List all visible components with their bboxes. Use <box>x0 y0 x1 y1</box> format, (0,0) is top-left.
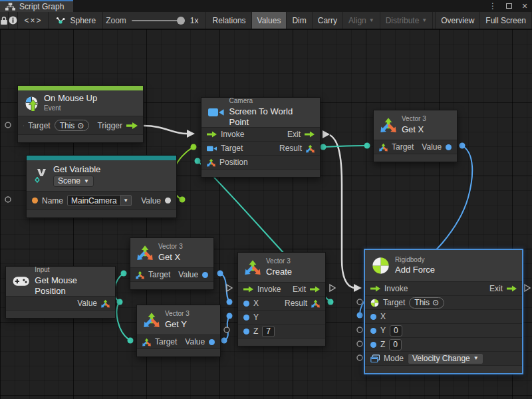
node-footer <box>18 134 143 142</box>
cube-icon <box>23 121 24 130</box>
y-port[interactable] <box>370 328 376 334</box>
trigger-port[interactable] <box>126 122 138 129</box>
node-header: Get Variable Scene ▼ <box>27 160 176 191</box>
node-footer <box>365 365 522 373</box>
values-button[interactable]: Values <box>252 12 287 29</box>
exit-port[interactable] <box>507 285 517 292</box>
invoke-port[interactable] <box>207 131 217 138</box>
name-port[interactable] <box>32 198 38 203</box>
vector3-icon[interactable] <box>379 143 388 152</box>
relations-button[interactable]: Relations <box>207 12 252 29</box>
y-value-field[interactable]: 0 <box>390 325 402 336</box>
node-get-y[interactable]: Vector 3 Get Y Target Value <box>136 305 221 357</box>
target-this-pill[interactable]: This ⊙ <box>55 120 90 131</box>
variable-name-dropdown[interactable]: ▼ <box>121 195 132 206</box>
node-header: Vector 3 Get X <box>374 110 457 140</box>
overview-button[interactable]: Overview <box>435 12 480 29</box>
vector3-icon <box>144 312 160 328</box>
value-port[interactable] <box>446 144 452 150</box>
value-port[interactable] <box>202 272 208 278</box>
node-footer <box>6 310 115 318</box>
distribute-button[interactable]: Distribute ▼ <box>380 12 434 29</box>
green-endpoints[interactable] <box>180 144 197 203</box>
maximize-icon[interactable] <box>504 1 513 11</box>
z-port[interactable] <box>243 329 249 334</box>
port-row: Target Value <box>374 140 457 154</box>
node-add-force[interactable]: Rigidbody Add Force Invoke Exit <box>364 249 523 374</box>
node-vector3-create[interactable]: Vector 3 Create Invoke Exit X Result <box>237 252 326 346</box>
camera-type-icon[interactable] <box>207 145 217 152</box>
info-icon <box>9 16 17 25</box>
graph-icon <box>5 3 15 11</box>
variable-scope-dropdown[interactable]: Scene ▼ <box>53 176 94 187</box>
graph-breadcrumb[interactable]: Sphere <box>49 12 103 29</box>
invoke-port[interactable] <box>370 285 380 292</box>
mode-dropdown[interactable]: Velocity Change ▼ <box>408 353 483 364</box>
zoom-control: Zoom 1x <box>103 12 205 29</box>
z-value-field[interactable]: 0 <box>389 339 402 350</box>
vector3-icon[interactable] <box>101 299 110 308</box>
y-port[interactable] <box>243 315 249 321</box>
zoom-slider[interactable] <box>132 20 185 21</box>
x-port[interactable] <box>370 314 376 320</box>
dim-button[interactable]: Dim <box>287 12 312 29</box>
value-port[interactable] <box>209 339 215 345</box>
node-footer <box>130 281 213 289</box>
node-footer <box>374 154 457 162</box>
node-get-x-mid[interactable]: Vector 3 Get X Target Value <box>130 237 214 290</box>
toolbar-buttons: Relations Values Dim Carry Align ▼ Distr… <box>207 12 532 29</box>
value-port[interactable] <box>165 198 171 203</box>
node-get-x-top[interactable]: Vector 3 Get X Target Value <box>373 110 458 162</box>
camera-icon <box>208 107 224 118</box>
zoom-slider-handle[interactable] <box>177 17 185 25</box>
port-row: Invoke Exit <box>365 281 522 295</box>
z-port[interactable] <box>370 342 376 348</box>
align-button[interactable]: Align ▼ <box>343 12 380 29</box>
arrowhead <box>354 284 362 292</box>
node-title: Get Variable <box>53 164 100 175</box>
script-graph-window: Script Graph ⋮ × <×> <box>0 0 532 399</box>
x-port[interactable] <box>243 301 249 307</box>
graph-canvas[interactable]: On Mouse Up Event Target This ⊙ Trigger <box>0 29 532 399</box>
target-port-label: Target <box>28 121 50 130</box>
vector3-icon[interactable] <box>136 271 144 279</box>
vector3-icon[interactable] <box>306 144 315 153</box>
lock-button[interactable] <box>0 12 9 29</box>
node-get-mouse-position[interactable]: Input Get Mouse Position Value <box>5 266 116 319</box>
node-footer <box>238 338 325 346</box>
node-screen-to-world-point[interactable]: Camera Screen To World Point Invoke Exit <box>201 97 321 178</box>
chevron-down-icon: ▼ <box>422 18 427 23</box>
menu-icon[interactable]: ⋮ <box>488 1 497 11</box>
invoke-port[interactable] <box>243 286 253 293</box>
z-value-field[interactable]: 7 <box>262 326 275 337</box>
code-brackets-icon: <×> <box>24 16 42 25</box>
vector3-icon[interactable] <box>207 158 215 167</box>
variable-name-field[interactable]: MainCamera <box>67 195 121 206</box>
fullscreen-button[interactable]: Full Screen <box>480 12 532 29</box>
wire-exit-to-invoke <box>330 135 354 288</box>
carry-button[interactable]: Carry <box>313 12 343 29</box>
arrowhead <box>323 130 330 138</box>
rigidbody-type-icon[interactable] <box>370 299 379 307</box>
node-get-variable[interactable]: Get Variable Scene ▼ Name MainCamera▼ Va… <box>26 155 177 218</box>
info-button[interactable] <box>9 12 18 29</box>
exit-port[interactable] <box>305 131 315 138</box>
vector3-icon <box>245 259 261 275</box>
vector3-icon[interactable] <box>142 338 151 346</box>
close-icon[interactable]: × <box>520 1 529 11</box>
vector3-icon[interactable] <box>311 299 320 308</box>
node-title: Screen To World Point <box>229 106 313 128</box>
node-on-mouse-up[interactable]: On Mouse Up Event Target This ⊙ Trigger <box>17 85 144 143</box>
exit-port[interactable] <box>310 286 320 293</box>
tab-script-graph[interactable]: Script Graph <box>0 0 73 12</box>
node-category: Event <box>44 104 97 113</box>
object-picker-icon[interactable]: ⊙ <box>77 122 84 130</box>
enum-icon[interactable] <box>370 354 380 363</box>
port-row: X Result <box>238 296 325 310</box>
object-picker-icon[interactable]: ⊙ <box>432 299 439 307</box>
target-this-pill[interactable]: This ⊙ <box>409 297 444 309</box>
node-header: Vector 3 Create <box>238 253 325 282</box>
port-row: Z 7 <box>238 324 325 338</box>
code-button[interactable]: <×> <box>18 12 49 29</box>
arrowhead <box>187 130 195 138</box>
